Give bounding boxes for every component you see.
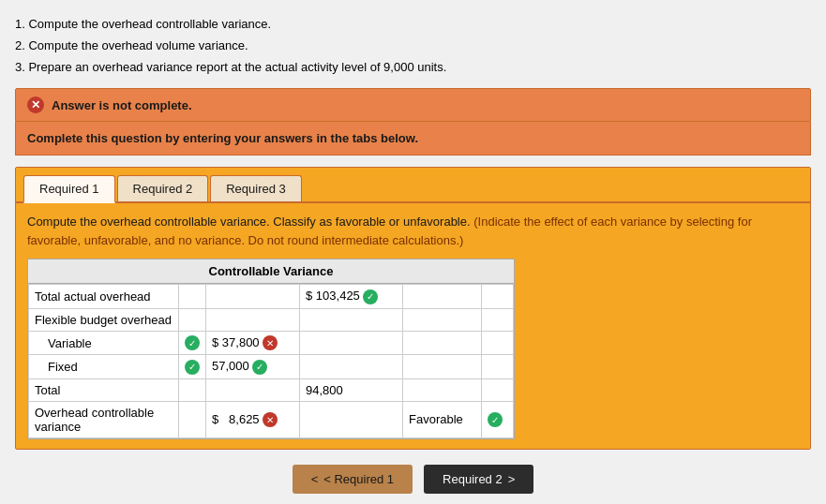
next-label: Required 2 <box>443 472 503 486</box>
row-extra4 <box>481 308 513 331</box>
row-check-flexible <box>179 308 206 331</box>
fixed-amount-check: ✓ <box>252 360 267 375</box>
table-row: Total 94,800 <box>29 378 514 401</box>
instructions-block: 1. Compute the overhead controllable var… <box>15 15 811 77</box>
tabs-header: Required 1 Required 2 Required 3 <box>16 168 810 203</box>
row-extra6 <box>481 331 513 355</box>
instruction-line1: 1. Compute the overhead controllable var… <box>15 15 811 35</box>
row-amount2-flexible <box>300 308 403 331</box>
dollar-sign: $ <box>306 289 316 303</box>
tab-required3[interactable]: Required 3 <box>210 175 302 201</box>
prev-button[interactable]: < < Required 1 <box>293 465 413 494</box>
variance-table: Total actual overhead $ 103,425 ✓ Flexib… <box>28 284 514 438</box>
row-check-total <box>179 378 206 401</box>
overhead-variance-check: ✕ <box>263 412 278 427</box>
tab-content: Compute the overhead controllable varian… <box>16 203 810 449</box>
row-amount2-fixed <box>300 355 403 379</box>
row-amount1-flexible <box>206 308 300 331</box>
row-amount2-variable <box>300 331 403 355</box>
tab-instruction-main: Compute the overhead controllable varian… <box>27 215 471 229</box>
prev-arrow: < <box>311 472 319 486</box>
complete-text: Complete this question by entering your … <box>27 131 799 145</box>
row-amount1-total-actual <box>206 285 300 309</box>
complete-banner: Complete this question by entering your … <box>15 122 811 156</box>
table-row: Variable ✓ $ 37,800 ✕ <box>29 331 514 355</box>
check-icon-green: ✓ <box>363 289 378 304</box>
table-row: Total actual overhead $ 103,425 ✓ <box>29 285 514 309</box>
tab-instructions: Compute the overhead controllable varian… <box>27 213 799 249</box>
row-label-fixed: Fixed <box>29 355 179 379</box>
answer-incomplete-text: Answer is not complete. <box>52 98 192 112</box>
row-label-flexible: Flexible budget overhead <box>29 308 179 331</box>
row-label-overhead-variance: Overhead controllablevariance <box>29 401 179 437</box>
row-check1-total-actual <box>179 285 206 309</box>
row-amount1-total <box>206 378 300 401</box>
favorable-check-icon: ✓ <box>488 412 503 427</box>
row-check-variable: ✓ <box>179 331 206 355</box>
instruction-line3: 3. Prepare an overhead variance report a… <box>15 58 811 78</box>
row-extra7 <box>403 355 482 379</box>
row-favorable-check: ✓ <box>481 401 513 437</box>
row-label-total-actual: Total actual overhead <box>29 285 179 309</box>
row-amount1-fixed: 57,000 ✓ <box>206 355 300 379</box>
row-amount1-variable: $ 37,800 ✕ <box>206 331 300 355</box>
variable-check-icon: ✓ <box>185 335 200 350</box>
row-check-overhead-variance <box>179 401 206 437</box>
table-row: Overhead controllablevariance $ 8,625 ✕ … <box>29 401 514 437</box>
row-amount1-overhead-variance: $ 8,625 ✕ <box>206 401 300 437</box>
row-amount2-total-actual: $ 103,425 ✓ <box>300 285 403 309</box>
prev-label: < Required 1 <box>323 472 394 486</box>
next-arrow: > <box>508 472 516 486</box>
variable-amount-check: ✕ <box>263 335 278 350</box>
table-row: Fixed ✓ 57,000 ✓ <box>29 355 514 379</box>
tabs-container: Required 1 Required 2 Required 3 Compute… <box>15 167 811 450</box>
row-extra8 <box>481 355 513 379</box>
tab-required1[interactable]: Required 1 <box>23 175 115 203</box>
controllable-variance-table: Controllable Variance Total actual overh… <box>27 259 515 439</box>
row-extra10 <box>481 378 513 401</box>
row-favorable-label: Favorable <box>403 401 482 437</box>
row-label-variable: Variable <box>29 331 179 355</box>
fixed-check-icon: ✓ <box>185 360 200 375</box>
next-button[interactable]: Required 2 > <box>424 465 533 494</box>
row-amount2-overhead-variance <box>300 401 403 437</box>
table-title: Controllable Variance <box>28 259 514 284</box>
row-extra2 <box>481 285 513 309</box>
row-check-fixed: ✓ <box>179 355 206 379</box>
row-extra9 <box>403 378 482 401</box>
instruction-line2: 2. Compute the overhead volume variance. <box>15 37 811 56</box>
row-extra3 <box>403 308 482 331</box>
row-amount2-total: 94,800 <box>300 378 403 401</box>
table-row: Flexible budget overhead <box>29 308 514 331</box>
row-extra1 <box>403 285 482 309</box>
nav-buttons: < < Required 1 Required 2 > <box>15 450 811 501</box>
tab-required2[interactable]: Required 2 <box>117 175 209 201</box>
row-label-total: Total <box>29 378 179 401</box>
error-icon: ✕ <box>27 96 44 113</box>
row-extra5 <box>403 331 482 355</box>
answer-banner: ✕ Answer is not complete. <box>15 88 811 122</box>
